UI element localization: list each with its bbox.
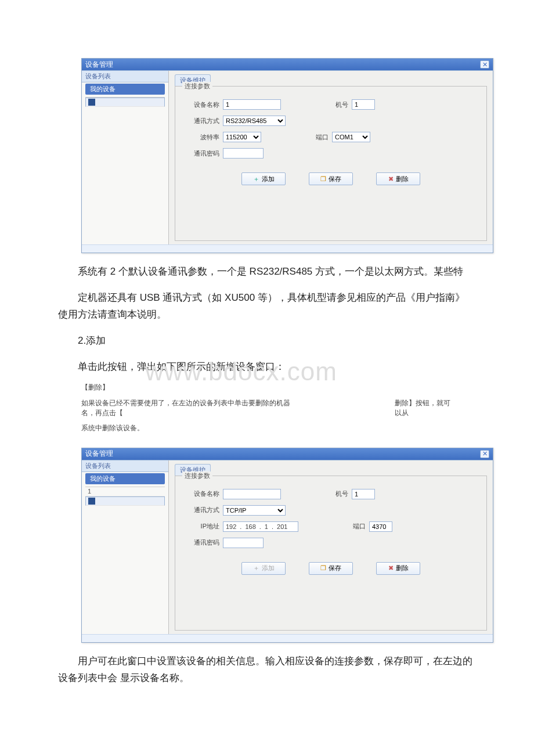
label-port: 端口 bbox=[311, 133, 329, 142]
small-paragraph-a: 如果设备已经不需要使用了，在左边的设备列表中单击要删除的机器名，再点击【 bbox=[81, 398, 290, 418]
label-comm-mode: 通讯方式 bbox=[187, 506, 219, 514]
statusbar bbox=[82, 634, 493, 642]
save-label: 保存 bbox=[329, 175, 341, 183]
sidebar-row[interactable]: 1 bbox=[85, 487, 165, 496]
machine-no-input[interactable] bbox=[352, 489, 375, 499]
device-mgmt-window-2: 设备管理 ✕ 设备列表 我的设备 1 设备维护 连接参数 设备名称 机号 bbox=[81, 448, 493, 643]
device-list-sidebar: 设备列表 我的设备 1 bbox=[82, 460, 169, 634]
window-title: 设备管理 bbox=[85, 60, 113, 70]
titlebar: 设备管理 ✕ bbox=[82, 59, 493, 70]
device-list-sidebar: 设备列表 我的设备 bbox=[82, 71, 169, 244]
delete-label: 删除 bbox=[396, 175, 409, 183]
port-select[interactable]: COM1 bbox=[332, 132, 370, 142]
selection-marker-icon bbox=[88, 99, 95, 106]
group-legend: 连接参数 bbox=[182, 471, 212, 480]
save-label: 保存 bbox=[329, 564, 341, 573]
sidebar-header: 设备列表 bbox=[82, 460, 168, 472]
label-comm-pwd: 通讯密码 bbox=[187, 149, 219, 158]
add-label: 添加 bbox=[262, 564, 275, 573]
ip-octet-2: 168 bbox=[245, 523, 255, 530]
sidebar-item-mydevices[interactable]: 我的设备 bbox=[85, 473, 165, 484]
device-name-input[interactable] bbox=[223, 99, 281, 110]
label-machine-no: 机号 bbox=[331, 489, 348, 498]
label-comm-pwd: 通讯密码 bbox=[187, 538, 219, 547]
connection-params-group: 连接参数 设备名称 机号 通讯方式 TCP/IP IP地址 192 bbox=[175, 476, 487, 631]
label-machine-no: 机号 bbox=[331, 100, 348, 109]
row-baud-port: 波特率 115200 端口 COM1 bbox=[187, 132, 475, 142]
device-name-input[interactable] bbox=[223, 489, 281, 499]
titlebar: 设备管理 ✕ bbox=[82, 448, 493, 460]
row-name-machine: 设备名称 机号 bbox=[187, 489, 475, 499]
comm-mode-select[interactable]: RS232/RS485 bbox=[223, 116, 286, 126]
comm-pwd-input[interactable] bbox=[223, 538, 264, 548]
small-paragraph-tail: 系统中删除该设备。 bbox=[0, 420, 534, 436]
row-ip-port: IP地址 192. 168. 1. 201 端口 bbox=[187, 521, 475, 532]
section-heading: 2.添加 bbox=[0, 328, 534, 354]
row-comm: 通讯方式 RS232/RS485 bbox=[187, 116, 475, 126]
label-baud: 波特率 bbox=[187, 133, 219, 142]
save-icon: ❐ bbox=[320, 564, 326, 572]
row-comm: 通讯方式 TCP/IP bbox=[187, 505, 475, 516]
row-password: 通讯密码 bbox=[187, 538, 475, 548]
sidebar-grid bbox=[85, 97, 165, 107]
delete-button[interactable]: ✖删除 bbox=[376, 172, 420, 185]
small-heading: 【删除】 bbox=[0, 380, 534, 395]
save-button[interactable]: ❐保存 bbox=[309, 562, 353, 575]
comm-pwd-input[interactable] bbox=[223, 148, 264, 159]
statusbar bbox=[82, 244, 493, 253]
sidebar-item-mydevices[interactable]: 我的设备 bbox=[85, 84, 165, 95]
delete-icon: ✖ bbox=[388, 175, 394, 183]
sidebar-row[interactable] bbox=[85, 98, 165, 107]
paragraph: 用户可在此窗口中设置该设备的相关信息。输入相应设备的连接参数，保存即可，在左边的… bbox=[0, 649, 534, 692]
label-device-name: 设备名称 bbox=[187, 100, 219, 109]
paragraph: 系统有 2 个默认设备通讯参数，一个是 RS232/RS485 方式，一个是以太… bbox=[0, 259, 534, 285]
sidebar-row[interactable] bbox=[85, 496, 165, 506]
client-area: 设备列表 我的设备 1 设备维护 连接参数 设备名称 机号 通讯方式 bbox=[82, 460, 493, 634]
save-button[interactable]: ❐保存 bbox=[309, 172, 353, 185]
sidebar-header: 设备列表 bbox=[82, 71, 168, 82]
paragraph: 定机器还具有 USB 通讯方式（如 XU500 等），具体机型请参见相应的产品《… bbox=[0, 285, 534, 328]
main-panel: 设备维护 连接参数 设备名称 机号 通讯方式 TCP/IP IP地址 bbox=[169, 460, 493, 634]
row-name-machine: 设备名称 机号 bbox=[187, 99, 475, 110]
close-icon[interactable]: ✕ bbox=[480, 60, 489, 69]
ip-octet-4: 201 bbox=[277, 523, 287, 530]
label-comm-mode: 通讯方式 bbox=[187, 117, 219, 125]
button-row: ＋添加 ❐保存 ✖删除 bbox=[187, 562, 475, 575]
delete-label: 删除 bbox=[396, 564, 409, 573]
button-row: ＋＋ 添加添加 ❐保存 ✖删除 bbox=[187, 172, 475, 185]
ip-octet-1: 192 bbox=[226, 523, 236, 530]
device-mgmt-window-1: 设备管理 ✕ 设备列表 我的设备 设备维护 连接参数 设备名称 机号 通讯方 bbox=[81, 58, 493, 253]
small-paragraph-b: 删除】按钮，就可以从 bbox=[395, 398, 453, 418]
ip-input[interactable]: 192. 168. 1. 201 bbox=[223, 521, 298, 532]
selection-marker-icon bbox=[88, 498, 95, 505]
add-button[interactable]: ＋＋ 添加添加 bbox=[241, 172, 286, 185]
window-title: 设备管理 bbox=[85, 449, 113, 459]
baud-select[interactable]: 115200 bbox=[223, 132, 261, 142]
group-legend: 连接参数 bbox=[182, 82, 212, 91]
client-area: 设备列表 我的设备 设备维护 连接参数 设备名称 机号 通讯方式 RS2 bbox=[82, 70, 493, 244]
paragraph: 单击此按钮，弹出如下图所示的新增设备窗口： bbox=[0, 354, 534, 380]
port-input[interactable] bbox=[369, 521, 392, 532]
add-button[interactable]: ＋添加 bbox=[241, 562, 286, 575]
plus-icon: ＋ bbox=[253, 564, 259, 573]
save-icon: ❐ bbox=[320, 175, 326, 183]
label-port: 端口 bbox=[348, 522, 366, 531]
ip-octet-3: 1 bbox=[265, 523, 268, 530]
delete-button[interactable]: ✖删除 bbox=[376, 562, 420, 575]
delete-icon: ✖ bbox=[388, 564, 394, 572]
row-password: 通讯密码 bbox=[187, 148, 475, 159]
comm-mode-select[interactable]: TCP/IP bbox=[223, 505, 286, 516]
machine-no-input[interactable] bbox=[352, 99, 375, 110]
plus-icon: ＋ bbox=[253, 175, 259, 183]
sidebar-grid: 1 bbox=[85, 487, 165, 506]
label-ip: IP地址 bbox=[187, 522, 219, 531]
connection-params-group: 连接参数 设备名称 机号 通讯方式 RS232/RS485 波特率 bbox=[175, 86, 487, 241]
small-paragraph-row: 如果设备已经不需要使用了，在左边的设备列表中单击要删除的机器名，再点击【 删除】… bbox=[0, 396, 534, 420]
label-device-name: 设备名称 bbox=[187, 489, 219, 498]
close-icon[interactable]: ✕ bbox=[480, 450, 489, 458]
main-panel: 设备维护 连接参数 设备名称 机号 通讯方式 RS232/RS485 波特率 bbox=[169, 71, 493, 244]
